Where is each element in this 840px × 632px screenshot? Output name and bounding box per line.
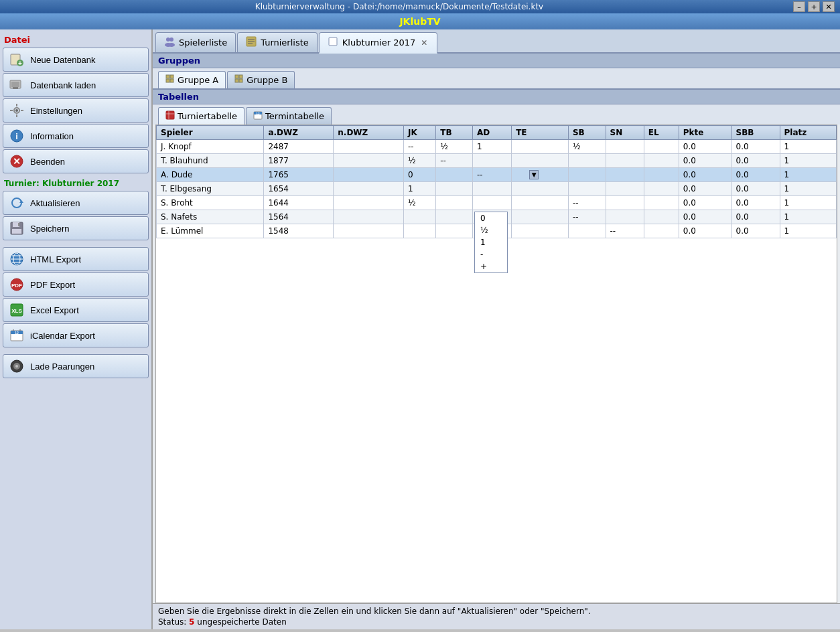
icalendar-export-button[interactable]: 12 iCalendar Export xyxy=(3,323,149,347)
table-cell[interactable]: -- xyxy=(403,140,435,154)
table-cell[interactable] xyxy=(512,224,569,238)
status-bar: Geben Sie die Ergebnisse direkt in die Z… xyxy=(153,603,840,629)
dropdown-option[interactable]: ½ xyxy=(475,224,507,236)
tab-turnierliste[interactable]: Turnierliste xyxy=(237,32,318,52)
table-cell[interactable]: -- xyxy=(436,154,473,168)
table-cell[interactable] xyxy=(436,182,473,196)
table-cell[interactable]: ½ xyxy=(436,140,473,154)
table-cell[interactable]: 0 xyxy=(403,168,435,182)
table-cell[interactable] xyxy=(436,196,473,210)
lade-paarungen-icon xyxy=(9,358,25,374)
table-cell[interactable] xyxy=(512,140,569,154)
dropdown-option[interactable]: 1 xyxy=(475,236,507,248)
table-cell: 0.0 xyxy=(679,210,731,224)
table-cell[interactable] xyxy=(606,196,644,210)
table-cell[interactable] xyxy=(606,168,644,182)
window-controls[interactable]: – + ✕ xyxy=(793,1,835,12)
table-cell[interactable] xyxy=(568,154,606,168)
table-cell[interactable]: -- xyxy=(606,224,644,238)
neue-datenbank-label: Neue Datenbank xyxy=(30,55,96,65)
table-cell[interactable] xyxy=(644,210,679,224)
table-cell: J. Knopf xyxy=(157,140,264,154)
table-cell[interactable] xyxy=(403,224,435,238)
maximize-button[interactable]: + xyxy=(808,1,820,12)
col-sn: SN xyxy=(606,126,644,140)
table-cell[interactable] xyxy=(568,182,606,196)
turnierliste-tab-label: Turnierliste xyxy=(261,37,309,48)
gruppe-a-label: Gruppe A xyxy=(178,75,218,85)
speichern-button[interactable]: Speichern xyxy=(3,216,149,240)
close-button[interactable]: ✕ xyxy=(823,1,835,12)
tab-spielerliste[interactable]: Spielerliste xyxy=(155,32,236,52)
termintabelle-tab[interactable]: 12 Termintabelle xyxy=(246,107,332,125)
col-pkte: Pkte xyxy=(679,126,731,140)
table-cell[interactable]: ½ xyxy=(568,140,606,154)
table-cell[interactable] xyxy=(644,140,679,154)
table-cell[interactable] xyxy=(512,210,569,224)
pdf-export-button[interactable]: PDF PDF Export xyxy=(3,272,149,297)
table-cell[interactable]: -- xyxy=(568,210,606,224)
table-cell[interactable]: ½ xyxy=(403,196,435,210)
datenbank-laden-button[interactable]: Datenbank laden xyxy=(3,73,149,97)
klubturnier-tab-label: Klubturnier 2017 xyxy=(342,37,416,48)
col-platz: Platz xyxy=(780,126,836,140)
table-cell[interactable] xyxy=(403,210,435,224)
table-cell: 1 xyxy=(780,154,836,168)
html-export-button[interactable]: HTML Export xyxy=(3,247,149,271)
information-button[interactable]: i Information xyxy=(3,124,149,148)
table-cell[interactable] xyxy=(644,168,679,182)
lade-paarungen-button[interactable]: Lade Paarungen xyxy=(3,354,149,378)
datenbank-laden-label: Datenbank laden xyxy=(30,80,96,90)
table-cell[interactable] xyxy=(436,210,473,224)
table-cell[interactable] xyxy=(436,224,473,238)
table-cell[interactable] xyxy=(644,182,679,196)
speichern-label: Speichern xyxy=(30,224,70,234)
table-cell xyxy=(334,210,404,224)
tab-klubturnier-2017[interactable]: Klubturnier 2017 ✕ xyxy=(319,32,438,54)
table-cell[interactable] xyxy=(512,154,569,168)
beenden-button[interactable]: ✕ Beenden xyxy=(3,149,149,173)
neue-datenbank-button[interactable]: + Neue Datenbank xyxy=(3,48,149,72)
dropdown-option[interactable]: 0 xyxy=(475,212,507,224)
einstellungen-button[interactable]: Einstellungen xyxy=(3,98,149,123)
table-cell[interactable] xyxy=(472,182,511,196)
table-cell[interactable]: ▼ xyxy=(512,168,569,182)
table-cell[interactable] xyxy=(644,196,679,210)
gruppe-a-tab[interactable]: Gruppe A xyxy=(158,71,226,88)
table-cell[interactable] xyxy=(606,140,644,154)
table-cell: 1564 xyxy=(264,210,334,224)
table-cell: T. Elbgesang xyxy=(157,182,264,196)
tabellen-header: Tabellen xyxy=(153,88,840,104)
table-cell: 1877 xyxy=(264,154,334,168)
table-cell[interactable] xyxy=(568,224,606,238)
aktualisieren-button[interactable]: Aktualisieren xyxy=(3,191,149,215)
svg-rect-4 xyxy=(11,82,19,87)
table-cell[interactable]: -- xyxy=(472,168,511,182)
dropdown-option[interactable]: - xyxy=(475,248,507,260)
table-cell[interactable]: -- xyxy=(568,196,606,210)
gruppe-b-tab[interactable]: Gruppe B xyxy=(227,71,295,88)
table-cell[interactable] xyxy=(568,168,606,182)
table-cell[interactable] xyxy=(512,196,569,210)
table-cell[interactable] xyxy=(606,210,644,224)
table-cell[interactable]: 1 xyxy=(403,182,435,196)
status-line: Status: 5 ungespeicherte Daten xyxy=(158,617,835,627)
table-cell[interactable]: 1 xyxy=(472,140,511,154)
table-cell[interactable] xyxy=(472,154,511,168)
te-dropdown-arrow[interactable]: ▼ xyxy=(529,170,539,179)
table-cell[interactable] xyxy=(606,154,644,168)
svg-text:XLS: XLS xyxy=(11,308,22,314)
table-cell[interactable] xyxy=(606,182,644,196)
excel-export-button[interactable]: XLS Excel Export xyxy=(3,298,149,322)
table-cell[interactable]: ½ xyxy=(403,154,435,168)
table-cell: 1 xyxy=(780,196,836,210)
klubturnier-tab-close[interactable]: ✕ xyxy=(419,38,429,48)
minimize-button[interactable]: – xyxy=(793,1,805,12)
table-cell[interactable] xyxy=(472,196,511,210)
dropdown-option[interactable]: + xyxy=(475,260,507,272)
table-cell[interactable] xyxy=(644,154,679,168)
table-cell[interactable] xyxy=(512,182,569,196)
table-cell[interactable] xyxy=(644,224,679,238)
turniertabelle-tab[interactable]: Turniertabelle xyxy=(158,107,244,125)
table-cell[interactable] xyxy=(436,168,473,182)
